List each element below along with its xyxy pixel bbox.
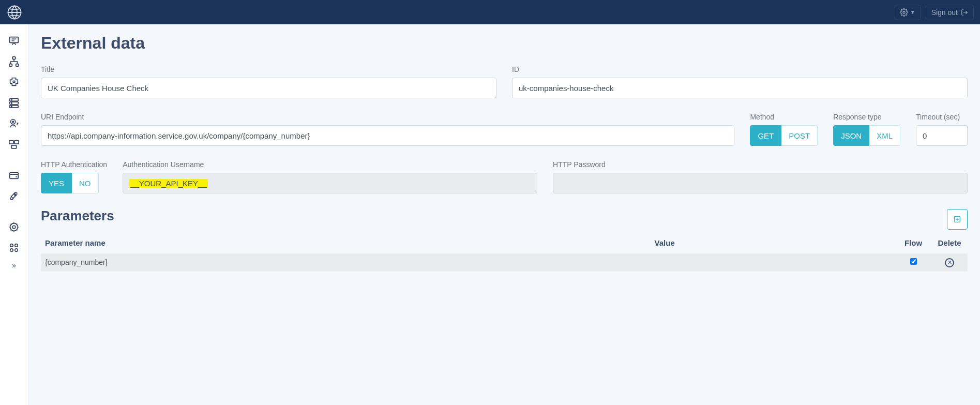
parameters-title: Parameters (41, 208, 114, 224)
response-type-toggle: JSON XML (833, 125, 900, 146)
httpauth-yes-button[interactable]: YES (41, 173, 72, 193)
response-xml-button[interactable]: XML (869, 125, 900, 146)
http-password-label: HTTP Password (553, 160, 968, 169)
title-input[interactable] (41, 78, 496, 98)
param-flow-cell (895, 253, 931, 272)
svg-rect-5 (16, 64, 19, 67)
sidebar-item-users[interactable] (0, 113, 28, 134)
httpauth-toggle: YES NO (41, 173, 107, 193)
svg-point-14 (12, 121, 14, 123)
sidebar-item-cluster[interactable] (0, 237, 28, 258)
svg-point-19 (16, 176, 17, 177)
timeout-input[interactable] (916, 125, 968, 146)
svg-point-1 (903, 11, 905, 13)
head-gear-icon (8, 118, 20, 129)
param-delete-cell: ✕ (931, 253, 968, 272)
sidebar-item-dashboard[interactable] (0, 31, 28, 51)
sidebar-item-system[interactable] (0, 217, 28, 237)
hierarchy-icon (8, 56, 20, 67)
svg-point-24 (15, 244, 18, 247)
id-input[interactable] (512, 78, 968, 98)
svg-point-11 (11, 103, 12, 103)
svg-point-13 (11, 119, 16, 124)
auth-username-value: __YOUR_API_KEY__ (129, 179, 208, 188)
param-flow-checkbox[interactable] (910, 258, 917, 265)
col-parameter-name: Parameter name (41, 233, 651, 253)
delete-row-button[interactable]: ✕ (945, 258, 954, 267)
response-json-button[interactable]: JSON (833, 125, 869, 146)
svg-point-12 (11, 106, 12, 107)
httpauth-no-button[interactable]: NO (72, 173, 99, 193)
presentation-icon (8, 35, 20, 47)
gear-icon (900, 8, 908, 17)
cluster-icon (8, 242, 20, 253)
page-title: External data (41, 34, 968, 53)
svg-rect-2 (10, 37, 19, 43)
table-row: {company_number}✕ (41, 253, 968, 272)
response-type-label: Response type (833, 113, 900, 121)
col-value: Value (651, 233, 895, 253)
sidebar-item-hierarchy[interactable] (0, 51, 28, 72)
http-password-input[interactable] (553, 173, 968, 193)
sidebar-item-devices[interactable] (0, 134, 28, 155)
svg-rect-15 (9, 141, 13, 144)
title-label: Title (41, 65, 496, 73)
add-parameter-button[interactable] (947, 209, 968, 230)
svg-rect-16 (14, 141, 19, 144)
sign-out-label: Sign out (931, 8, 958, 17)
uri-label: URI Endpoint (41, 113, 734, 121)
plus-icon (953, 215, 961, 223)
settings-menu-button[interactable]: ▼ (895, 5, 921, 20)
svg-point-23 (10, 244, 13, 247)
svg-point-25 (10, 249, 13, 252)
rocket-icon (8, 190, 20, 202)
method-label: Method (750, 113, 818, 121)
wallet-icon (8, 170, 20, 181)
svg-point-10 (11, 99, 12, 100)
method-post-button[interactable]: POST (781, 125, 818, 146)
svg-rect-17 (11, 145, 16, 148)
sidebar-item-billing[interactable] (0, 165, 28, 186)
id-label: ID (512, 65, 968, 73)
method-get-button[interactable]: GET (750, 125, 781, 146)
sidebar-item-launch[interactable] (0, 186, 28, 206)
sidebar-item-plugin[interactable] (0, 72, 28, 93)
main-content: External data Title ID URI Endpoint Meth… (28, 24, 980, 405)
server-rack-icon (8, 97, 20, 109)
app-logo[interactable] (0, 0, 28, 24)
sidebar-expand-button[interactable]: » (12, 261, 16, 269)
svg-point-26 (15, 249, 18, 252)
parameters-table: Parameter name Value Flow Delete {compan… (41, 233, 968, 272)
svg-point-20 (14, 194, 16, 196)
topbar: ▼ Sign out (0, 0, 980, 24)
svg-rect-3 (12, 57, 16, 59)
sign-out-icon (961, 9, 968, 16)
sidebar: » (0, 24, 28, 405)
monitors-icon (8, 139, 20, 150)
col-delete: Delete (931, 233, 968, 253)
param-name-cell[interactable]: {company_number} (41, 253, 651, 272)
param-value-cell[interactable] (651, 253, 895, 272)
sign-out-button[interactable]: Sign out (926, 5, 974, 20)
method-toggle: GET POST (750, 125, 818, 146)
svg-rect-18 (10, 173, 19, 179)
sidebar-item-servers[interactable] (0, 93, 28, 113)
httpauth-label: HTTP Authentication (41, 160, 107, 169)
svg-point-6 (13, 81, 15, 83)
globe-icon (7, 5, 22, 20)
auth-username-label: Authentication Username (123, 160, 537, 169)
auth-username-input[interactable]: __YOUR_API_KEY__ (123, 173, 537, 193)
svg-rect-4 (9, 64, 12, 67)
timeout-label: Timeout (sec) (916, 113, 968, 121)
cog-ring-icon (8, 221, 20, 233)
puzzle-icon (8, 77, 20, 88)
svg-point-22 (12, 226, 16, 229)
uri-input[interactable] (41, 125, 734, 146)
caret-down-icon: ▼ (910, 9, 915, 15)
col-flow: Flow (895, 233, 931, 253)
